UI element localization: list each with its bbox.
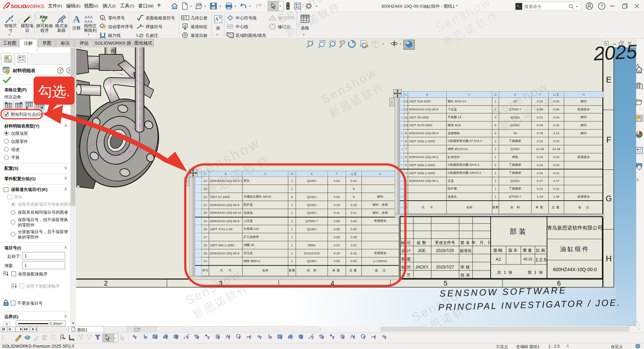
- svg-text:共 1 张: 共 1 张: [497, 270, 513, 275]
- svg-text:JOE.: JOE.: [418, 248, 427, 253]
- svg-text:AAA: AAA: [85, 19, 93, 23]
- svg-text:JACKY.: JACKY.: [415, 265, 429, 269]
- svg-text:第 1 张: 第 1 张: [528, 270, 543, 275]
- svg-text:A: A: [184, 24, 186, 28]
- svg-text:A: A: [61, 19, 63, 23]
- svg-text:标记: 标记: [401, 240, 413, 245]
- svg-text:比例: 比例: [536, 248, 546, 253]
- svg-text:T: T: [184, 36, 186, 38]
- svg-text:1:2.5: 1:2.5: [535, 257, 546, 262]
- svg-text:批准: 批准: [460, 273, 471, 278]
- svg-text:处数: 处数: [416, 240, 428, 245]
- svg-text:校对: 校对: [401, 265, 412, 269]
- svg-text:标准化: 标准化: [460, 248, 472, 253]
- svg-text:图幅: 图幅: [493, 248, 503, 253]
- svg-text:2023/7/27: 2023/7/27: [436, 265, 454, 269]
- svg-text:油缸组件: 油缸组件: [560, 246, 590, 252]
- svg-text:A2: A2: [496, 257, 501, 262]
- svg-text:2023/7/25: 2023/7/25: [436, 248, 454, 253]
- svg-text:40.31: 40.31: [523, 257, 533, 261]
- svg-text:审核: 审核: [460, 265, 471, 269]
- svg-text:制图: 制图: [401, 257, 412, 261]
- svg-text:▾: ▾: [382, 42, 384, 46]
- svg-text:AAA: AAA: [85, 15, 93, 19]
- svg-text:▾: ▾: [114, 337, 116, 340]
- svg-text:版本: 版本: [508, 248, 518, 253]
- svg-text:签名: 签名: [460, 240, 471, 245]
- svg-text:A: A: [215, 17, 219, 22]
- svg-text:部装: 部装: [510, 228, 528, 235]
- svg-text:A: A: [73, 13, 80, 24]
- svg-text:青岛新思诺软件有限公司: 青岛新思诺软件有限公司: [547, 225, 603, 231]
- svg-text:设计: 设计: [401, 248, 412, 253]
- svg-text:SOLID: SOLID: [11, 3, 26, 9]
- svg-text:重量: 重量: [523, 248, 533, 253]
- svg-text:1: 1: [101, 16, 103, 19]
- svg-text:工艺: 工艺: [401, 273, 412, 278]
- svg-text:▾: ▾: [400, 42, 401, 46]
- svg-text:600HZ44X-10Q-00-0: 600HZ44X-10Q-00-0: [553, 267, 597, 272]
- svg-text:?: ?: [600, 3, 603, 9]
- svg-text:更改文件号: 更改文件号: [435, 240, 455, 245]
- svg-text:A: A: [184, 33, 186, 35]
- svg-text:年、月、日: 年、月、日: [472, 240, 492, 245]
- svg-text:?: ?: [59, 68, 61, 73]
